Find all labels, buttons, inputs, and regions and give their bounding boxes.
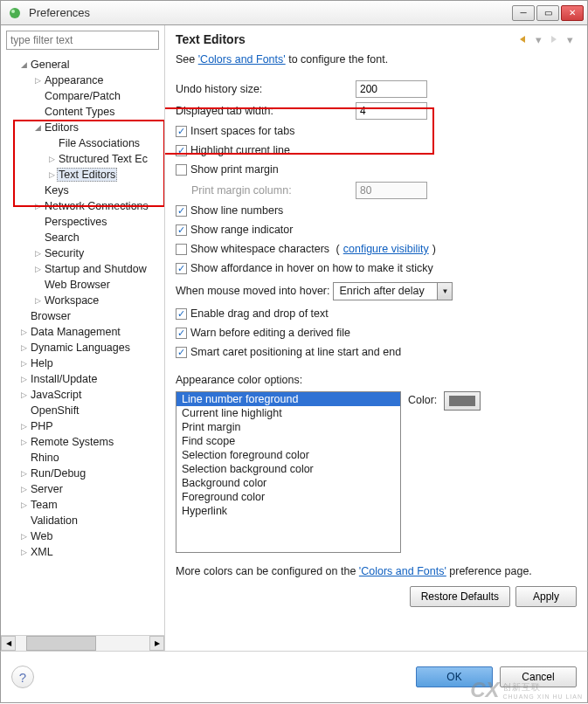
tree-item-rundebug[interactable]: ▷Run/Debug [1,466,164,481]
spaces-for-tabs-checkbox[interactable] [176,126,187,137]
filter-input[interactable] [6,31,159,50]
colors-fonts-link-2[interactable]: 'Colors and Fonts' [359,565,446,577]
tree-item-dynamic-languages[interactable]: ▷Dynamic Languages [1,340,164,355]
color-picker-button[interactable] [444,391,481,411]
chevron-down-icon[interactable]: ▼ [437,283,452,300]
nav-forward-menu-icon[interactable]: ▾ [563,32,577,46]
nav-forward-icon[interactable] [547,32,561,46]
hover-select[interactable]: Enrich after delay ▼ [333,282,453,300]
list-item[interactable]: Find scope [176,434,400,448]
tree-item-xml[interactable]: ▷XML [1,544,164,560]
tree-item-perspectives[interactable]: Perspectives [1,214,164,230]
expand-icon[interactable]: ▷ [32,265,43,273]
tab-width-input[interactable] [356,102,427,120]
list-item[interactable]: Background color [176,476,400,490]
help-button[interactable]: ? [11,666,34,688]
maximize-button[interactable]: ▭ [536,5,559,21]
color-options-list[interactable]: Line number foreground Current line high… [176,391,401,553]
tree-item-network[interactable]: ▷Network Connections [1,198,164,214]
tree-item-php[interactable]: ▷PHP [1,418,164,434]
undo-history-input[interactable] [356,80,427,98]
expand-icon[interactable]: ▷ [32,296,43,305]
apply-button[interactable]: Apply [515,586,577,607]
restore-defaults-button[interactable]: Restore Defaults [410,586,510,607]
expand-icon[interactable]: ▷ [18,469,29,478]
scroll-right-icon[interactable]: ▶ [149,636,164,651]
scroll-track[interactable] [16,636,149,651]
expand-icon[interactable]: ▷ [18,500,29,509]
expand-icon[interactable]: ▷ [18,375,29,383]
tree-item-appearance[interactable]: ▷Appearance [1,72,164,88]
expand-icon[interactable]: ▷ [46,155,57,163]
tree-item-workspace[interactable]: ▷Workspace [1,293,164,308]
list-item[interactable]: Print margin [176,420,400,434]
expand-icon[interactable]: ▷ [18,328,29,336]
line-numbers-checkbox[interactable] [176,205,187,217]
scroll-left-icon[interactable]: ◀ [1,636,16,651]
expand-icon[interactable]: ▷ [18,359,29,368]
minimize-button[interactable]: ─ [512,5,535,21]
tree-item-keys[interactable]: Keys [1,183,164,198]
tree-item-team[interactable]: ▷Team [1,497,164,513]
tree-item-server[interactable]: ▷Server [1,481,164,497]
tree-item-validation[interactable]: Validation [1,513,164,528]
expand-icon[interactable]: ▷ [32,249,43,258]
expand-icon[interactable]: ▷ [32,202,43,211]
nav-back-menu-icon[interactable]: ▾ [531,32,545,46]
expand-icon[interactable]: ▷ [32,76,43,85]
close-button[interactable]: ✕ [561,5,584,21]
configure-visibility-link[interactable]: configure visibility [343,243,429,255]
warn-derived-checkbox[interactable] [176,328,187,339]
range-indicator-checkbox[interactable] [176,224,187,236]
preferences-tree[interactable]: ◢General ▷Appearance Compare/Patch Conte… [1,55,164,562]
dnd-checkbox[interactable] [176,308,187,320]
list-item[interactable]: Hyperlink [176,504,400,518]
colors-fonts-link[interactable]: 'Colors and Fonts' [198,53,286,66]
tree-item-compare[interactable]: Compare/Patch [1,88,164,104]
print-margin-checkbox[interactable] [176,164,187,176]
tree-item-install[interactable]: ▷Install/Update [1,371,164,387]
tree-item-remote[interactable]: ▷Remote Systems [1,434,164,450]
tree-item-rhino[interactable]: Rhino [1,450,164,466]
tree-item-file-associations[interactable]: File Associations [1,135,164,151]
tree-item-structured-text[interactable]: ▷Structured Text Ec [1,151,164,167]
expand-icon[interactable]: ▷ [18,422,29,431]
tree-item-javascript[interactable]: ▷JavaScript [1,387,164,403]
whitespace-label: Show whitespace characters [190,243,329,255]
tree-item-startup[interactable]: ▷Startup and Shutdow [1,261,164,277]
tree-item-editors[interactable]: ◢Editors [1,120,164,135]
highlight-line-checkbox[interactable] [176,145,187,156]
horizontal-scrollbar[interactable]: ◀ ▶ [1,635,164,651]
tree-item-general[interactable]: ◢General [1,57,164,72]
tree-item-search[interactable]: Search [1,230,164,245]
list-item[interactable]: Line number foreground [176,392,400,406]
collapse-icon[interactable]: ◢ [18,60,29,69]
whitespace-checkbox[interactable] [176,244,187,255]
expand-icon[interactable]: ▷ [18,343,29,352]
expand-icon[interactable]: ▷ [18,532,29,541]
smart-caret-checkbox[interactable] [176,347,187,358]
nav-back-icon[interactable] [515,32,529,46]
tree-item-openshift[interactable]: OpenShift [1,403,164,418]
expand-icon[interactable]: ▷ [18,485,29,493]
collapse-icon[interactable]: ◢ [32,123,43,132]
tree-item-help[interactable]: ▷Help [1,355,164,371]
tree-item-web-browser[interactable]: Web Browser [1,277,164,293]
list-item[interactable]: Selection background color [176,462,400,476]
page-buttons: Restore Defaults Apply [176,586,577,607]
list-item[interactable]: Foreground color [176,490,400,504]
tree-item-text-editors[interactable]: ▷Text Editors [1,167,164,183]
tree-item-web[interactable]: ▷Web [1,528,164,544]
expand-icon[interactable]: ▷ [18,438,29,446]
expand-icon[interactable]: ▷ [18,390,29,399]
scroll-thumb[interactable] [26,636,96,651]
affordance-checkbox[interactable] [176,263,187,274]
tree-item-security[interactable]: ▷Security [1,245,164,261]
list-item[interactable]: Selection foreground color [176,448,400,462]
expand-icon[interactable]: ▷ [18,548,29,556]
tree-item-content-types[interactable]: Content Types [1,104,164,120]
tree-item-browser[interactable]: Browser [1,308,164,324]
list-item[interactable]: Current line highlight [176,406,400,420]
tree-item-data-management[interactable]: ▷Data Management [1,324,164,340]
expand-icon[interactable]: ▷ [46,170,57,179]
